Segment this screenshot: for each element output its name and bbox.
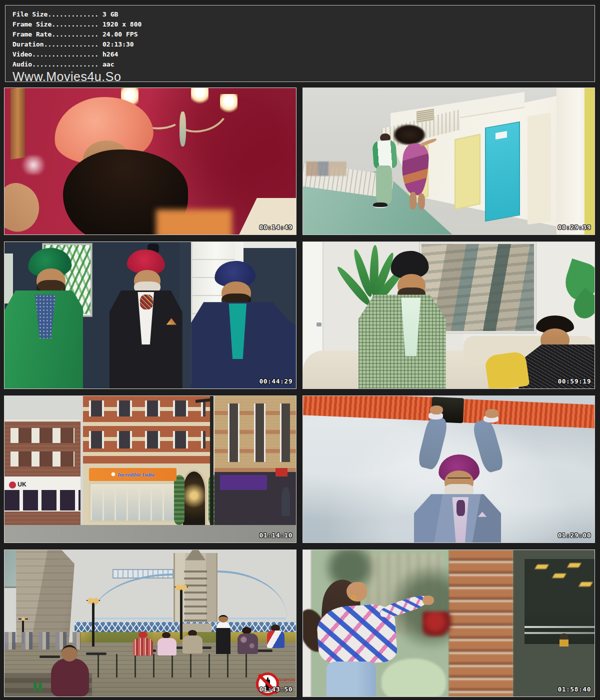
window-row [89,431,206,448]
info-row-frame-rate: Frame Rate............ 24.00 FPS [12,30,594,40]
screenshot-5: UK Incredible India 01:14:10 [4,396,296,543]
timecode-stamp: 01:29:00 [558,532,591,539]
sage-pants [376,166,392,204]
pale-green-planter [382,658,446,697]
dot-leader: ................. [32,50,98,58]
red-turban-small [138,632,147,638]
screenshot-grid: 00:14:49 00:29:39 [4,88,596,697]
yellow-cushion [484,350,530,389]
dot-leader: ............ [52,30,98,38]
arched-doorway [181,470,207,525]
info-label: Frame Rate [12,30,52,38]
screenshot-7: ALCOHOL CONSUMPTION IS INJURIOUS TO HEAL… [4,550,296,697]
info-value: 02:13:30 [98,40,134,48]
dot-leader: ............. [48,10,98,18]
restaurant-windows [89,482,176,522]
flying-hair [394,124,426,145]
man-head [62,645,78,661]
lamp-head [86,597,100,604]
woman-leg [410,192,416,210]
suspension-cable [218,570,288,618]
dot-leader: .............. [44,40,99,48]
ceiling-sliver [244,242,296,248]
timecode-stamp: 00:59:19 [558,378,591,385]
man-beige-hoodie [182,636,203,653]
preview-sheet: { "colors": { "page_background": "#1d1d1… [0,0,600,700]
candle-flame [220,94,238,114]
timecode-stamp: 01:58:40 [558,686,591,693]
screenshot-3: 00:44:29 [4,242,296,389]
info-label: Duration [12,40,44,48]
paisley-cravat [140,294,153,309]
chandelier-stem [180,112,186,146]
pale-door [528,112,551,224]
woman-leg [418,194,425,210]
info-row-audio: Audio................. aac [12,60,594,70]
info-row-video: Video................. h264 [12,50,594,60]
info-value: 3 GB [98,10,118,18]
window-row [10,428,74,442]
info-row-file-size: File Size............. 3 GB [12,10,594,20]
cafe-chairs [80,654,256,678]
shop-sign-text: UK [18,481,26,488]
window-row [89,400,206,416]
gripping-hand [430,406,443,414]
cafe-table [40,656,60,658]
distant-town [306,162,347,176]
chrome-rail [524,632,594,634]
tie [456,500,465,516]
info-value: 1920 x 800 [98,20,142,28]
info-label: Frame Size [12,20,52,28]
blurred-brick-pillar [449,550,513,696]
info-row-duration: Duration.............. 02:13:30 [12,40,594,50]
woman-floral-dress [238,634,258,654]
raised-hand [4,178,47,235]
info-value: h264 [98,50,118,58]
timecode-stamp: 01:43:50 [259,686,292,693]
flower-icon [111,472,116,476]
window-row [10,452,74,466]
window-row [223,404,290,462]
thrown-red-flowers [422,612,454,636]
ceiling-light [567,563,581,568]
smoke-puff [19,156,48,174]
gripping-hand [485,409,498,418]
suspension-cable [92,574,174,618]
candle-flame [191,88,208,106]
door-handle [316,322,322,326]
lamp-post [92,602,94,646]
orange-pipe-left [302,396,444,421]
restaurant-sign-text: Incredible India [118,472,154,478]
yellow-door [454,134,480,210]
shop-logo [9,482,16,488]
info-label: File Size [12,10,48,18]
restaurant-sign: Incredible India [89,468,176,481]
lamp-head [174,584,188,591]
screenshot-6: 01:29:00 [302,396,595,543]
pavement [4,525,296,542]
info-value: 24.00 FPS [98,30,138,38]
info-row-frame-size: Frame Size............ 1920 x 800 [12,20,594,30]
waiter-head [218,615,228,622]
bottle-neck-glyph [267,678,268,680]
screenshot-1: 00:14:49 [4,88,296,235]
media-info-panel: File Size............. 3 GB Frame Size..… [5,5,595,82]
purple-sign [220,475,266,490]
screenshot-4: 00:59:19 [302,242,595,389]
person-in-window [560,634,568,646]
dot-leader: ................. [32,60,98,68]
green-bottles [34,682,37,691]
hand [422,596,434,605]
spiral-topiary [174,475,184,525]
glasses [448,478,471,482]
woman-pink-jacket [158,638,176,656]
gold-hoop-earring [351,596,356,600]
storefront-windows [4,490,80,510]
saffron-shoulder [156,210,232,235]
dot-leader: ............ [52,20,98,28]
yellow-wall-edge [584,88,594,234]
lamp-post [180,590,182,640]
gold-picture-frame [10,88,25,160]
timecode-stamp: 00:29:39 [558,224,591,231]
dark-window [524,559,594,644]
